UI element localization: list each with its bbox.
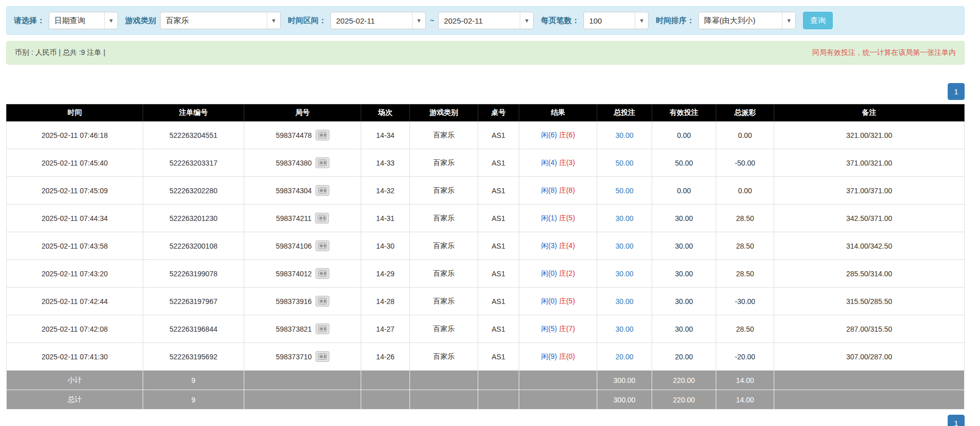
table-row: 2025-02-11 07:43:58522263200108598374106…	[7, 232, 965, 260]
select-label: 请选择：	[14, 16, 45, 26]
video-replay-icon[interactable]	[316, 240, 329, 251]
page-1-button[interactable]: 1	[948, 83, 965, 100]
round-id-text: 598373821	[276, 325, 311, 333]
cell-result: 闲(6) 庄(6)	[519, 121, 597, 149]
video-replay-icon[interactable]	[316, 130, 329, 140]
total-bet-link[interactable]: 30.00	[615, 325, 633, 333]
cell-result: 闲(4) 庄(3)	[519, 149, 597, 177]
cell-valid-bet: 30.00	[652, 232, 716, 260]
result-player: 闲(4)	[541, 158, 557, 167]
sort-order-value: 降幂(由大到小)	[704, 16, 755, 26]
summary-empty-cell	[410, 390, 478, 410]
cell-table-no: AS1	[478, 205, 519, 232]
cell-bet-id: 522263200108	[143, 232, 244, 260]
total-bet-link[interactable]: 30.00	[615, 242, 633, 250]
cell-bet-id: 522263202280	[143, 177, 244, 205]
cell-time: 2025-02-11 07:46:18	[7, 121, 143, 149]
cell-round-id: 598373821	[244, 315, 361, 343]
round-id-text: 598374106	[276, 242, 311, 250]
cell-payout: 28.50	[716, 315, 774, 343]
cell-time: 2025-02-11 07:45:09	[7, 177, 143, 205]
cell-total-bet: 20.00	[597, 343, 652, 371]
cell-time: 2025-02-11 07:45:40	[7, 149, 143, 177]
result-banker: 庄(5)	[559, 214, 575, 222]
total-bet-link[interactable]: 50.00	[615, 187, 633, 195]
cell-game-type: 百家乐	[410, 288, 478, 315]
column-header: 总投注	[597, 105, 652, 121]
cell-remark: 314.00/342.50	[774, 232, 965, 260]
cell-bet-id: 522263203317	[143, 149, 244, 177]
page-size-value: 100	[589, 16, 602, 25]
cell-round-id: 598374380	[244, 149, 361, 177]
cell-result: 闲(0) 庄(2)	[519, 260, 597, 288]
date-to-value: 2025-02-11	[444, 16, 483, 25]
video-replay-icon[interactable]	[316, 323, 329, 334]
cell-total-bet: 50.00	[597, 177, 652, 205]
cell-remark: 371.00/321.00	[774, 149, 965, 177]
result-banker: 庄(7)	[559, 324, 575, 333]
page-1-button[interactable]: 1	[948, 415, 965, 426]
column-header: 注单编号	[143, 105, 244, 121]
cell-table-no: AS1	[478, 260, 519, 288]
cell-remark: 342.50/371.00	[774, 205, 965, 232]
cell-payout: 28.50	[716, 232, 774, 260]
game-type-select[interactable]: 百家乐 ▼	[160, 12, 281, 29]
summary-label: 总计	[7, 390, 143, 410]
cell-valid-bet: 20.00	[652, 343, 716, 371]
total-bet-link[interactable]: 30.00	[615, 214, 633, 222]
cell-remark: 315.50/285.50	[774, 288, 965, 315]
cell-round-id: 598374211	[244, 205, 361, 232]
video-replay-icon[interactable]	[316, 296, 329, 307]
total-bet-link[interactable]: 20.00	[615, 353, 633, 361]
cell-total-bet: 30.00	[597, 260, 652, 288]
bet-records-table: 时间注单编号局号场次游戏类别桌号结果总投注有效投注总派彩备注 2025-02-1…	[6, 104, 965, 410]
result-player: 闲(6)	[541, 131, 557, 139]
date-from-input[interactable]: 2025-02-11 ▼	[330, 12, 426, 29]
date-type-select[interactable]: 日期查询 ▼	[49, 12, 118, 29]
cell-session: 14-34	[361, 121, 410, 149]
table-row: 2025-02-11 07:42:44522263197967598373916…	[7, 288, 965, 315]
date-to-input[interactable]: 2025-02-11 ▼	[438, 12, 534, 29]
query-button[interactable]: 查询	[803, 12, 833, 29]
cell-session: 14-27	[361, 315, 410, 343]
cell-game-type: 百家乐	[410, 315, 478, 343]
round-id-text: 598374304	[276, 187, 311, 195]
cell-remark: 287.00/315.50	[774, 315, 965, 343]
cell-total-bet: 30.00	[597, 288, 652, 315]
cell-payout: 0.00	[716, 177, 774, 205]
table-row: 2025-02-11 07:41:30522263195692598373710…	[7, 343, 965, 371]
summary-empty-cell	[244, 390, 361, 410]
total-bet-link[interactable]: 30.00	[615, 270, 633, 278]
video-replay-icon[interactable]	[316, 157, 329, 168]
cell-payout: -50.00	[716, 149, 774, 177]
column-header: 局号	[244, 105, 361, 121]
page-size-select[interactable]: 100 ▼	[583, 12, 649, 29]
cell-bet-id: 522263201230	[143, 205, 244, 232]
video-replay-icon[interactable]	[315, 213, 329, 224]
cell-time: 2025-02-11 07:42:08	[7, 315, 143, 343]
total-bet-link[interactable]: 50.00	[615, 159, 633, 167]
video-replay-icon[interactable]	[316, 185, 329, 196]
round-id-text: 598374211	[276, 214, 311, 222]
cell-remark: 321.00/321.00	[774, 121, 965, 149]
column-header: 总派彩	[716, 105, 774, 121]
total-bet-link[interactable]: 30.00	[615, 297, 633, 306]
cell-result: 闲(0) 庄(5)	[519, 288, 597, 315]
cell-result: 闲(1) 庄(5)	[519, 205, 597, 232]
chevron-down-icon: ▼	[104, 12, 117, 29]
total-bet-link[interactable]: 30.00	[615, 131, 633, 139]
date-from-value: 2025-02-11	[336, 16, 375, 25]
column-header: 场次	[361, 105, 410, 121]
chevron-down-icon: ▼	[412, 12, 425, 29]
cell-payout: 28.50	[716, 260, 774, 288]
table-row: 2025-02-11 07:45:09522263202280598374304…	[7, 177, 965, 205]
summary-bar: 币别 : 人民币 | 总共 :9 注单 | 同局有效投注，统一计算在该局第一张注…	[6, 41, 965, 65]
sort-order-select[interactable]: 降幂(由大到小) ▼	[698, 12, 796, 29]
summary-row: 小计9300.00220.0014.00	[7, 371, 965, 390]
result-banker: 庄(3)	[559, 158, 575, 167]
table-body: 2025-02-11 07:46:18522263204551598374478…	[7, 121, 965, 410]
video-replay-icon[interactable]	[316, 351, 329, 362]
table-header-row: 时间注单编号局号场次游戏类别桌号结果总投注有效投注总派彩备注	[7, 105, 965, 121]
cell-bet-id: 522263199078	[143, 260, 244, 288]
video-replay-icon[interactable]	[316, 268, 329, 279]
